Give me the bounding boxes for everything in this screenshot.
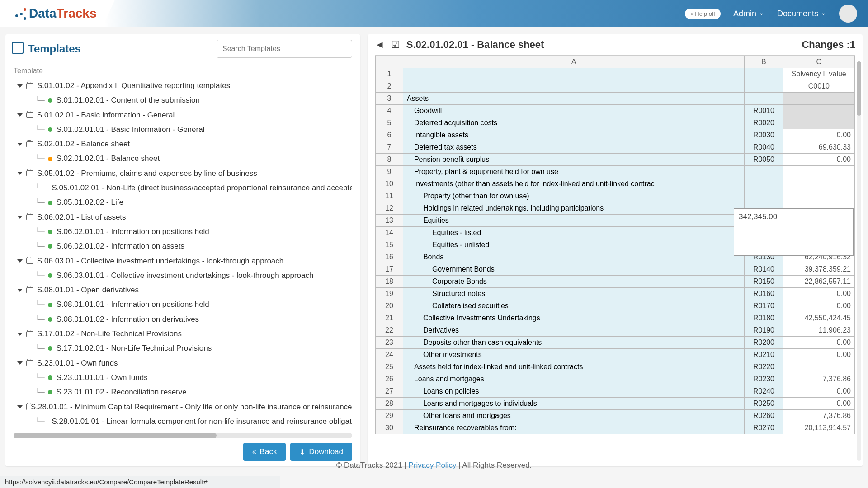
- cell-a[interactable]: Other loans and mortgages: [403, 410, 744, 422]
- row-number[interactable]: 10: [376, 178, 403, 190]
- cell-b[interactable]: R0260: [745, 410, 783, 422]
- cell-c[interactable]: 7,376.86: [783, 373, 854, 385]
- row-number[interactable]: 18: [376, 276, 403, 288]
- cell-b[interactable]: [745, 80, 783, 93]
- tree-item[interactable]: S.28.01.01 - Minimum Capital Requirement…: [14, 400, 352, 414]
- cell-b[interactable]: R0240: [745, 385, 783, 398]
- row-number[interactable]: 8: [376, 154, 403, 166]
- col-header-a[interactable]: A: [403, 56, 744, 68]
- cell-c[interactable]: C0010: [783, 80, 854, 93]
- cell-a[interactable]: Other investments: [403, 349, 744, 361]
- cell-a[interactable]: Intangible assets: [403, 129, 744, 141]
- cell-a[interactable]: Assets: [403, 93, 744, 105]
- cell-c[interactable]: [783, 93, 854, 105]
- cell-c[interactable]: 0.00: [783, 349, 854, 361]
- caret-icon[interactable]: [17, 333, 23, 336]
- row-number[interactable]: 6: [376, 129, 403, 141]
- cell-c[interactable]: 22,862,557.11: [783, 276, 854, 288]
- cell-a[interactable]: Collective Investments Undertakings: [403, 312, 744, 324]
- cell-b[interactable]: R0050: [745, 154, 783, 166]
- cell-a[interactable]: [403, 68, 744, 80]
- caret-icon[interactable]: [17, 84, 23, 88]
- cell-b[interactable]: R0040: [745, 141, 783, 154]
- cell-a[interactable]: Investments (other than assets held for …: [403, 178, 744, 190]
- cell-a[interactable]: Deferred acquisition costs: [403, 117, 744, 129]
- cell-c[interactable]: 69,630.33: [783, 141, 854, 154]
- row-number[interactable]: 1: [376, 68, 403, 80]
- cell-b[interactable]: R0200: [745, 337, 783, 349]
- caret-icon[interactable]: [17, 216, 23, 219]
- col-header-b[interactable]: B: [745, 56, 783, 68]
- tree-item[interactable]: └─S.28.01.01.02 - Background information: [14, 429, 352, 429]
- row-number[interactable]: 30: [376, 422, 403, 434]
- caret-icon[interactable]: [17, 113, 23, 117]
- cell-a[interactable]: [403, 80, 744, 93]
- cell-c[interactable]: 0.00: [783, 398, 854, 410]
- row-number[interactable]: 20: [376, 300, 403, 312]
- documents-menu[interactable]: Documents: [777, 9, 826, 19]
- row-number[interactable]: 11: [376, 190, 403, 202]
- cell-c[interactable]: 0.00: [783, 288, 854, 300]
- cell-b[interactable]: R0230: [745, 373, 783, 385]
- cell-c[interactable]: Solvency II value: [783, 68, 854, 80]
- row-number[interactable]: 25: [376, 361, 403, 373]
- cell-a[interactable]: Loans and mortgages to individuals: [403, 398, 744, 410]
- cell-a[interactable]: Equities - unlisted: [403, 239, 744, 251]
- row-number[interactable]: 12: [376, 202, 403, 215]
- tree-item[interactable]: └─S.23.01.01.02 - Reconciliation reserve: [14, 385, 352, 399]
- row-number[interactable]: 23: [376, 337, 403, 349]
- cell-c[interactable]: [783, 166, 854, 178]
- caret-icon[interactable]: [17, 361, 23, 365]
- template-tree[interactable]: S.01.01.02 - Appendix I: Quantitative re…: [14, 79, 352, 429]
- row-number[interactable]: 21: [376, 312, 403, 324]
- cell-a[interactable]: Derivatives: [403, 324, 744, 337]
- tree-item[interactable]: └─S.01.02.01.01 - Basic Information - Ge…: [14, 122, 352, 137]
- vertical-scrollbar[interactable]: [857, 61, 861, 461]
- col-header-c[interactable]: C: [783, 56, 854, 68]
- tree-item[interactable]: └─S.05.01.02.02 - Life: [14, 195, 352, 210]
- cell-a[interactable]: Structured notes: [403, 288, 744, 300]
- cell-a[interactable]: Equities - listed: [403, 227, 744, 239]
- admin-menu[interactable]: Admin: [733, 9, 764, 19]
- check-icon[interactable]: ☑: [391, 39, 400, 51]
- avatar[interactable]: [839, 5, 857, 23]
- row-number[interactable]: 2: [376, 80, 403, 93]
- row-number[interactable]: 27: [376, 385, 403, 398]
- cell-a[interactable]: Deferred tax assets: [403, 141, 744, 154]
- tree-item[interactable]: └─S.06.02.01.02 - Information on assets: [14, 239, 352, 253]
- cell-a[interactable]: Property (other than for own use): [403, 190, 744, 202]
- row-number[interactable]: 5: [376, 117, 403, 129]
- cell-b[interactable]: R0140: [745, 263, 783, 276]
- tree-item[interactable]: └─S.01.01.02.01 - Content of the submiss…: [14, 93, 352, 108]
- cell-c[interactable]: 42,550,424.45: [783, 312, 854, 324]
- cell-a[interactable]: Holdings in related undertakings, includ…: [403, 202, 744, 215]
- cell-a[interactable]: Assets held for index-linked and unit-li…: [403, 361, 744, 373]
- tree-item[interactable]: S.06.03.01 - Collective investment under…: [14, 254, 352, 268]
- row-number[interactable]: 14: [376, 227, 403, 239]
- help-toggle[interactable]: Help off: [685, 9, 721, 19]
- cell-b[interactable]: R0150: [745, 276, 783, 288]
- cell-b[interactable]: [745, 190, 783, 202]
- tree-item[interactable]: S.23.01.01 - Own funds: [14, 356, 352, 371]
- row-number[interactable]: 22: [376, 324, 403, 337]
- row-number[interactable]: 26: [376, 373, 403, 385]
- cell-c[interactable]: 7,376.86: [783, 410, 854, 422]
- tree-item[interactable]: S.05.01.02 - Premiums, claims and expens…: [14, 166, 352, 181]
- row-number[interactable]: 3: [376, 93, 403, 105]
- cell-c[interactable]: 0.00: [783, 154, 854, 166]
- row-number[interactable]: 4: [376, 105, 403, 117]
- cell-a[interactable]: Property, plant & equipment held for own…: [403, 166, 744, 178]
- cell-b[interactable]: [745, 68, 783, 80]
- cell-a[interactable]: Reinsurance recoverables from:: [403, 422, 744, 434]
- cell-a[interactable]: Government Bonds: [403, 263, 744, 276]
- caret-icon[interactable]: [17, 172, 23, 175]
- tree-item[interactable]: └─S.02.01.02.01 - Balance sheet: [14, 151, 352, 166]
- tree-item[interactable]: S.01.01.02 - Appendix I: Quantitative re…: [14, 79, 352, 93]
- cell-a[interactable]: Corporate Bonds: [403, 276, 744, 288]
- row-number[interactable]: 24: [376, 349, 403, 361]
- cell-b[interactable]: [745, 178, 783, 190]
- tree-item[interactable]: └─S.05.01.02.01 - Non-Life (direct busin…: [14, 181, 352, 195]
- logo[interactable]: DataTracks: [11, 0, 115, 27]
- cell-c[interactable]: 20,113,914.57: [783, 422, 854, 434]
- row-number[interactable]: 17: [376, 263, 403, 276]
